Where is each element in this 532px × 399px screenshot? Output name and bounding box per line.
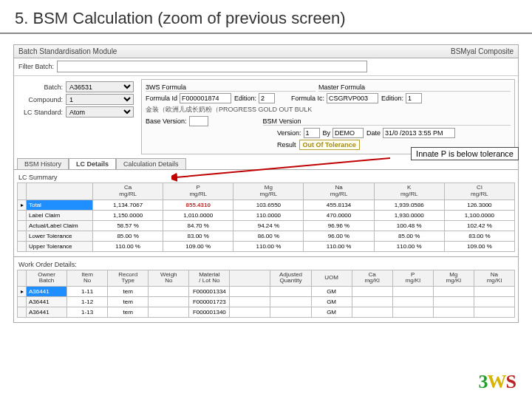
bsm-version-label: BSM Version (263, 117, 511, 126)
slide-title: 5. BSM Calculation (zoom of previous scr… (0, 0, 532, 34)
formula-panel: 3WS Formula Master Formula Formula Id Ed… (141, 79, 515, 154)
window-title-right: BSMyal Composite (451, 47, 514, 55)
tab-lc-details[interactable]: LC Details (69, 158, 116, 169)
lc-summary-grid[interactable]: Camg/RLPmg/RLMgmg/RLNamg/RLKmg/RLClmg/RL… (17, 183, 515, 252)
window-titlebar: Batch Standardisation Module BSMyal Comp… (14, 45, 518, 58)
formula-id-label: Formula Id (146, 95, 177, 102)
tab-bsm-history[interactable]: BSM History (17, 158, 69, 169)
date-input[interactable] (383, 128, 455, 138)
version-input[interactable] (304, 128, 320, 138)
formula-desc: 金装（欧洲儿成长奶粉（PROGRESS GOLD OUT BULK (146, 105, 312, 115)
callout-arrow-icon (176, 158, 390, 177)
base-version-input[interactable] (189, 116, 208, 126)
result-label: Result (277, 141, 296, 149)
panel-head-right: Master Formula (318, 83, 511, 92)
edition-label: Edition: (234, 95, 256, 102)
filter-batch-input[interactable] (57, 61, 367, 72)
wo-details-label: Work Order Details: (18, 261, 515, 268)
base-version-label: Base Version: (146, 117, 187, 125)
batch-label: Batch: (18, 83, 63, 91)
callout-annotation: Innate P is below tolerance (411, 147, 519, 160)
by-label: By (323, 129, 331, 137)
date-label: Date (366, 129, 381, 137)
filter-batch-label: Filter Batch: (18, 63, 54, 70)
version-label: Version: (277, 129, 301, 137)
panel-head-left: 3WS Formula (146, 83, 316, 92)
batch-side-panel: Batch: A36531 Compound: 1 LC Standard: A… (14, 77, 138, 157)
formula-ic-label: Formula Ic: (291, 95, 324, 102)
edition2-label: Edition: (381, 95, 403, 102)
wo-details-grid[interactable]: OwnerBatchItemNoRecordTypeWeighNoMateria… (17, 270, 515, 318)
compound-select[interactable]: 1 (66, 94, 134, 105)
result-value: Out Of Tolerance (299, 140, 360, 150)
lcstandard-select[interactable]: Atom (66, 106, 134, 117)
batch-select[interactable]: A36531 (66, 81, 134, 92)
edition-input[interactable] (259, 93, 275, 103)
brand-logo: 3WS (479, 371, 516, 393)
edition2-input[interactable] (406, 93, 422, 103)
formula-ic-input[interactable] (327, 93, 378, 103)
formula-id-input[interactable] (180, 93, 231, 103)
window-title: Batch Standardisation Module (18, 47, 117, 55)
by-input[interactable] (332, 128, 364, 138)
lcstandard-label: LC Standard: (18, 109, 63, 116)
compound-label: Compound: (18, 96, 63, 103)
